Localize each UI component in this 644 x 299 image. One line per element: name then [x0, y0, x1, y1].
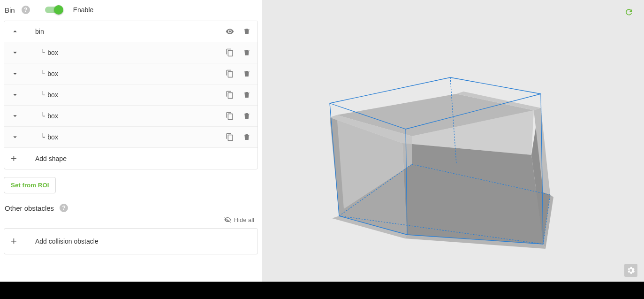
add-obstacle-card[interactable]: + Add collision obstacle [4, 228, 258, 254]
plus-icon: + [11, 236, 22, 246]
trash-icon[interactable] [242, 112, 251, 120]
add-shape-row[interactable]: + Add shape [4, 148, 258, 169]
tree-row[interactable]: └ box [4, 84, 258, 106]
left-panel: Bin ? Enable bin [0, 0, 262, 282]
bin-tree-card: bin └ box [4, 21, 258, 169]
enable-toggle-label: Enable [73, 6, 94, 14]
chevron-down-icon[interactable] [11, 91, 22, 99]
tree-root-label: bin [35, 28, 226, 35]
tree-child-label: box [47, 70, 58, 77]
tree-child-label: box [47, 91, 58, 99]
obstacles-section-header: Other obstacles ? [4, 193, 258, 216]
footer-bar [0, 282, 644, 299]
tree-child-prefix-icon: └ [41, 112, 45, 120]
chevron-down-icon[interactable] [11, 133, 22, 141]
add-obstacle-label: Add collision obstacle [35, 238, 98, 245]
bin-3d-render [262, 0, 644, 282]
chevron-down-icon[interactable] [11, 69, 22, 78]
trash-icon[interactable] [242, 91, 251, 99]
copy-icon[interactable] [226, 48, 234, 57]
copy-icon[interactable] [226, 69, 234, 78]
tree-row[interactable]: └ box [4, 63, 258, 84]
app-root: Bin ? Enable bin [0, 0, 644, 282]
viewport-3d[interactable] [262, 0, 644, 282]
tree-child-prefix-icon: └ [41, 49, 45, 56]
add-shape-label: Add shape [35, 155, 251, 162]
chevron-up-icon[interactable] [11, 27, 22, 36]
bin-title: Bin [5, 6, 15, 14]
help-icon[interactable]: ? [60, 204, 68, 212]
obstacles-title: Other obstacles [5, 204, 54, 212]
hide-all-label: Hide all [234, 216, 254, 223]
tree-child-label: box [47, 112, 58, 120]
tree-child-prefix-icon: └ [41, 91, 45, 99]
tree-child-label: box [47, 133, 58, 141]
copy-icon[interactable] [226, 112, 234, 120]
chevron-down-icon[interactable] [11, 112, 22, 120]
chevron-down-icon[interactable] [11, 48, 22, 57]
tree-row[interactable]: └ box [4, 42, 258, 63]
set-from-roi-button[interactable]: Set from ROI [4, 177, 56, 193]
enable-toggle[interactable] [45, 7, 62, 13]
trash-icon[interactable] [242, 27, 251, 36]
visibility-off-icon [224, 216, 231, 223]
tree-child-label: box [47, 49, 58, 56]
tree-row[interactable]: └ box [4, 106, 258, 127]
trash-icon[interactable] [242, 133, 251, 141]
tree-row[interactable]: └ box [4, 127, 258, 148]
tree-child-prefix-icon: └ [41, 70, 45, 77]
trash-icon[interactable] [242, 48, 251, 57]
refresh-icon[interactable] [624, 8, 634, 17]
trash-icon[interactable] [242, 69, 251, 78]
svg-marker-3 [402, 143, 543, 244]
root-actions [226, 27, 251, 36]
copy-icon[interactable] [226, 91, 234, 99]
bin-section-header: Bin ? Enable [4, 5, 258, 21]
tree-row-root[interactable]: bin [4, 21, 258, 42]
hide-all-button[interactable]: Hide all [4, 216, 258, 228]
copy-icon[interactable] [226, 133, 234, 141]
visibility-icon[interactable] [226, 27, 234, 36]
gear-icon[interactable] [624, 264, 637, 277]
plus-icon: + [11, 153, 22, 164]
tree-child-prefix-icon: └ [41, 133, 45, 141]
help-icon[interactable]: ? [22, 6, 30, 14]
